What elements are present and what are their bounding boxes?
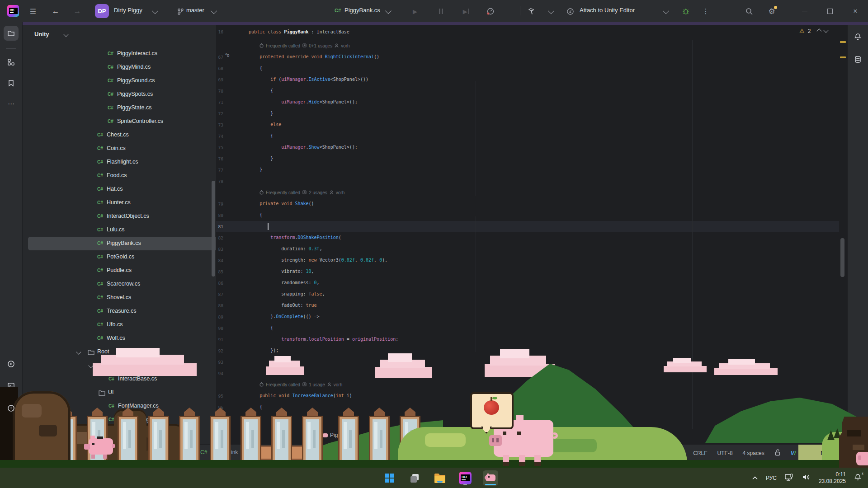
tree-item[interactable]: C#Flashlight.cs (25, 155, 234, 169)
tree-item-label: Ufo.cs (107, 321, 123, 328)
run-icon[interactable]: ▶ (409, 5, 421, 17)
indent-style[interactable]: 4 spaces (743, 450, 764, 456)
tree-item[interactable]: C#Puddle.cs (25, 264, 234, 277)
tree-item[interactable]: C#PiggyState.cs (25, 101, 234, 115)
code-text: uiManager.Show<ShopPanel>(); (281, 145, 358, 150)
minimize-button[interactable] (792, 0, 817, 22)
project-name[interactable]: Dirty Piggy (114, 7, 142, 14)
tree-item[interactable]: C#Treasure.cs (25, 305, 234, 318)
warning-stripe-mark[interactable] (840, 41, 846, 43)
task-view-button[interactable] (407, 470, 422, 486)
tree-item[interactable]: C#PiggyBank.cs (28, 237, 231, 250)
pause-icon[interactable] (435, 5, 447, 17)
tree-item[interactable]: C#PiggyInteract.cs (25, 47, 234, 61)
breadcrumb-item[interactable]: Pig (330, 432, 338, 438)
rider-taskbar-icon[interactable]: RD (458, 470, 473, 486)
branch-name[interactable]: master (186, 7, 204, 14)
encoding[interactable]: UTF-8 (717, 450, 733, 456)
panel-title[interactable]: Unity (34, 31, 49, 38)
line-number: 90 (216, 326, 223, 331)
vim-icon[interactable]: V/ (791, 450, 796, 456)
line-endings[interactable]: CRLF (693, 450, 707, 456)
tree-item[interactable]: C#PotGold.cs (25, 250, 234, 264)
bookmarks-icon[interactable] (4, 75, 19, 90)
settings-gear-icon[interactable]: ⚙ (766, 5, 778, 17)
problems-icon[interactable] (4, 401, 19, 416)
volume-icon[interactable] (802, 474, 811, 482)
project-tool-icon[interactable] (4, 26, 19, 41)
build-chevron-icon[interactable] (548, 8, 554, 14)
next-warning-icon[interactable] (824, 28, 829, 33)
forward-icon[interactable]: → (71, 5, 83, 17)
notification-bell-icon[interactable]: z (854, 474, 862, 483)
run-config-name[interactable]: Attach to Unity Editor (580, 7, 635, 14)
tree-item[interactable]: C#Wolf.cs (25, 332, 234, 345)
wrap-guide (692, 40, 693, 444)
usage-hint[interactable]: Frequently called0+1 usagesvorh (259, 43, 350, 49)
tree-item[interactable]: C#Chest.cs (25, 128, 234, 142)
warning-stripe-mark[interactable] (840, 56, 846, 58)
profiler-icon[interactable] (485, 5, 496, 17)
tree-item[interactable]: C#PiggyMind.cs (25, 61, 234, 74)
tree-item[interactable]: C#SpriteController.cs (25, 115, 234, 128)
usage-hint[interactable]: Frequently called1 usagevorh (259, 382, 342, 388)
rider-logo-icon[interactable]: RD (7, 5, 19, 17)
tree-item-label: InteractBase.cs (118, 375, 157, 382)
database-icon[interactable] (850, 52, 865, 67)
tree-item[interactable]: C#Scarecrow.cs (25, 277, 234, 291)
line-number: 71 (216, 100, 223, 105)
file-explorer-button[interactable] (432, 470, 448, 486)
more-actions-icon[interactable]: ⋮ (700, 5, 712, 17)
tree-item[interactable]: C#Lulu.cs (25, 223, 234, 237)
fence-post (210, 408, 231, 467)
step-icon[interactable]: ▶ (460, 5, 472, 17)
nav-breadcrumb-fragment[interactable]: C# (200, 449, 207, 455)
fence-post (302, 408, 323, 467)
line-number: 73 (216, 122, 223, 127)
tree-item[interactable]: C#PiggySound.cs (25, 74, 234, 88)
notifications-bell-icon[interactable] (850, 29, 865, 44)
inspection-widget[interactable]: ⚠ 2 (799, 28, 828, 34)
code-line: 75uiManager.Show<ShopPanel>(); (216, 142, 839, 153)
tree-scrollbar[interactable] (212, 181, 215, 277)
tree-item[interactable]: C#Coin.cs (25, 142, 234, 155)
line-number: 86 (216, 281, 223, 286)
close-button[interactable]: × (843, 0, 868, 22)
tree-item[interactable]: C#Hat.cs (25, 183, 234, 196)
build-hammer-icon[interactable] (525, 5, 537, 17)
tree-item[interactable]: C#Shovel.cs (25, 291, 234, 305)
line-number: 85 (216, 269, 223, 274)
language-indicator[interactable]: РУС (766, 475, 777, 481)
editor-scrollbar[interactable] (840, 238, 844, 277)
tree-item[interactable]: C#Hunter.cs (25, 196, 234, 210)
main-menu-icon[interactable]: ☰ (27, 5, 39, 17)
lock-icon[interactable] (774, 449, 781, 457)
folder-expand-chevron-icon[interactable] (76, 349, 81, 354)
debug-icon[interactable] (680, 5, 692, 17)
maximize-button[interactable] (817, 0, 843, 22)
start-button[interactable] (382, 470, 397, 486)
project-badge[interactable]: DP (95, 4, 109, 18)
tree-item[interactable]: C#InteractObject.cs (25, 210, 234, 223)
more-tools-icon[interactable]: ⋯ (4, 96, 19, 111)
nav-breadcrumb-fragment[interactable]: ink (231, 449, 238, 455)
search-icon[interactable] (743, 5, 755, 17)
csharp-file-icon: C# (97, 322, 103, 327)
back-icon[interactable]: ← (50, 5, 61, 17)
usage-hint[interactable]: Frequently called2 usagesvorh (259, 190, 344, 196)
current-file-name[interactable]: PiggyBank.cs (344, 7, 380, 14)
tree-item[interactable]: C#PiggySpots.cs (25, 88, 234, 101)
tree-item[interactable]: C#Ufo.cs (25, 318, 234, 332)
structure-icon[interactable] (4, 55, 19, 70)
services-icon[interactable] (4, 357, 19, 371)
hint-usages-icon (302, 190, 307, 195)
tree-item[interactable]: C#Food.cs (25, 169, 234, 183)
prev-warning-icon[interactable] (817, 28, 822, 33)
clock[interactable]: 0:11 23.08.2025 (819, 471, 846, 485)
tree-item-label: Food.cs (107, 172, 127, 178)
fence-post (338, 408, 359, 467)
pig-game-taskbar-icon[interactable] (483, 470, 498, 486)
network-icon[interactable] (785, 474, 794, 483)
tray-expand-icon[interactable] (752, 475, 758, 481)
override-gutter-icon[interactable]: ^o (225, 53, 229, 58)
